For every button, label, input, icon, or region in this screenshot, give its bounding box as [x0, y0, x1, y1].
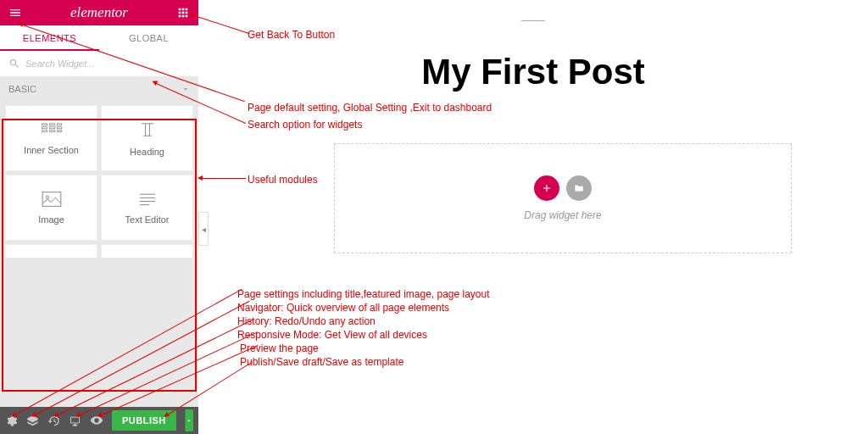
post-title: My First Post	[198, 52, 868, 92]
tab-elements[interactable]: ELEMENTS	[0, 25, 99, 51]
navigator-icon[interactable]	[26, 413, 39, 428]
widget-button[interactable]: Button	[101, 244, 193, 258]
publish-dropdown[interactable]	[185, 409, 193, 431]
menu-icon[interactable]	[7, 4, 24, 21]
collapse-panel-button[interactable]: ◂	[198, 212, 209, 246]
search-input[interactable]	[25, 58, 190, 69]
editor-canvas: My First Post Drag widget here	[198, 0, 868, 434]
svg-rect-5	[49, 131, 55, 132]
widget-heading[interactable]: Heading	[101, 105, 193, 171]
svg-rect-6	[57, 124, 61, 125]
svg-rect-2	[42, 131, 47, 132]
svg-point-10	[46, 196, 48, 198]
svg-rect-3	[49, 124, 55, 125]
widget-label: Heading	[130, 147, 164, 157]
dropzone-text: Drag widget here	[524, 209, 601, 221]
panel-tabs: ELEMENTS GLOBAL	[0, 25, 198, 51]
responsive-icon[interactable]	[69, 413, 81, 428]
sidebar-header: elementor	[0, 0, 198, 25]
search-icon	[8, 58, 20, 70]
add-section-button[interactable]	[534, 175, 559, 201]
widget-inner-section[interactable]: Inner Section	[5, 105, 97, 171]
template-folder-button[interactable]	[566, 175, 592, 201]
elementor-sidebar: elementor ELEMENTS GLOBAL BASIC Inner Se…	[0, 0, 198, 434]
widget-video[interactable]: Video	[5, 244, 97, 258]
dropzone-icons	[534, 175, 592, 201]
widget-image[interactable]: Image	[5, 175, 97, 241]
section-basic-header[interactable]: BASIC	[0, 76, 198, 102]
svg-rect-8	[57, 131, 61, 132]
widget-text-editor[interactable]: Text Editor	[101, 175, 193, 241]
apps-grid-icon[interactable]	[175, 4, 192, 21]
preview-icon[interactable]	[90, 413, 103, 428]
bottom-bar: PUBLISH	[0, 407, 198, 434]
history-icon[interactable]	[47, 413, 60, 428]
publish-button[interactable]: PUBLISH	[112, 410, 176, 431]
svg-rect-7	[57, 127, 61, 129]
widget-dropzone[interactable]: Drag widget here	[334, 143, 792, 253]
widget-label: Text Editor	[125, 214, 170, 225]
section-basic-label: BASIC	[8, 84, 36, 94]
widget-label: Inner Section	[24, 145, 79, 155]
tab-global[interactable]: GLOBAL	[99, 25, 198, 51]
svg-rect-1	[42, 127, 47, 129]
widget-label: Image	[38, 214, 64, 225]
svg-rect-4	[49, 127, 55, 129]
svg-rect-9	[42, 192, 61, 207]
settings-icon[interactable]	[5, 413, 18, 428]
chevron-down-icon	[181, 85, 190, 93]
brand-logo: elementor	[70, 4, 128, 21]
widgets-grid: Inner Section Heading Image Text Editor …	[0, 102, 198, 258]
svg-rect-0	[42, 124, 47, 125]
search-row	[0, 51, 198, 76]
title-divider	[521, 20, 545, 21]
